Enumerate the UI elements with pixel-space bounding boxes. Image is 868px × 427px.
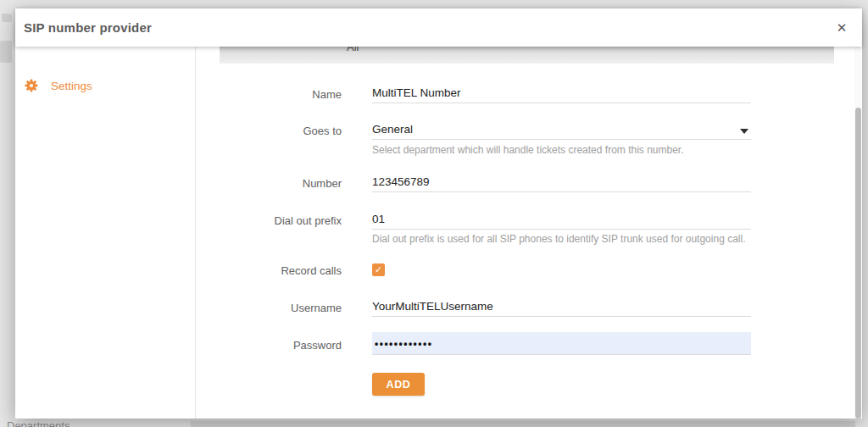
checkmark-icon: ✓ (375, 263, 382, 276)
username-input[interactable]: YourMultiTELUsername (372, 300, 751, 317)
sip-provider-dialog: SIP number provider ✕ (15, 8, 862, 419)
record-calls-label: Record calls (196, 264, 342, 277)
sidebar-item-settings[interactable]: Settings (15, 69, 195, 103)
tab-all[interactable]: All (220, 47, 834, 64)
add-button[interactable]: ADD (372, 373, 425, 396)
goes-to-select[interactable]: General (372, 123, 751, 140)
dialog-header: SIP number provider ✕ (15, 8, 862, 47)
goes-to-helper: Select department which will handle tick… (372, 144, 762, 156)
page: Departments SIP number provider ✕ (0, 0, 868, 427)
background-departments-label: Departments (7, 419, 70, 427)
name-label: Name (196, 88, 342, 101)
dialog-content: All Name MultiTEL Number Goes to General… (195, 47, 862, 419)
dial-out-prefix-input[interactable]: 01 (372, 213, 751, 230)
tab-all-label: All (347, 47, 359, 53)
record-calls-checkbox[interactable]: ✓ (372, 263, 385, 276)
dropdown-arrow-icon (740, 129, 748, 134)
background-artifact (2, 14, 12, 22)
name-input[interactable]: MultiTEL Number (372, 86, 751, 103)
username-label: Username (196, 302, 342, 314)
background-artifact (0, 41, 12, 63)
scrollbar-thumb[interactable] (855, 108, 861, 419)
number-input[interactable]: 123456789 (372, 175, 751, 192)
dial-out-prefix-helper: Dial out prefix is used for all SIP phon… (372, 233, 762, 245)
goes-to-value: General (372, 123, 413, 136)
dialog-sidebar: Settings (15, 47, 195, 419)
number-label: Number (196, 177, 342, 190)
goes-to-label: Goes to (196, 125, 342, 137)
dial-out-prefix-label: Dial out prefix (196, 214, 342, 227)
dialog-title: SIP number provider (24, 20, 152, 35)
close-icon[interactable]: ✕ (832, 19, 851, 37)
password-label: Password (196, 339, 342, 352)
sidebar-item-label: Settings (51, 80, 92, 92)
background-table-header (191, 421, 855, 427)
gear-icon (25, 79, 38, 92)
password-input[interactable]: •••••••••••• (372, 332, 751, 355)
